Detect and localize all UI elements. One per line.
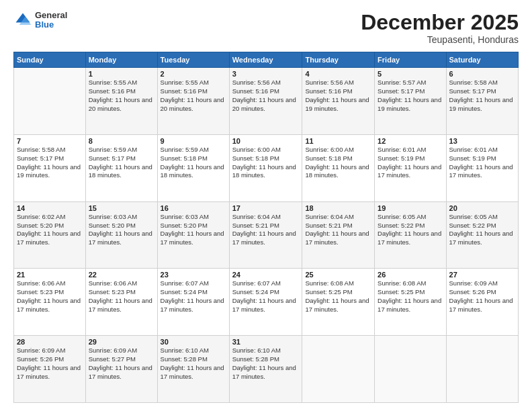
day-number: 3 (232, 70, 300, 78)
day-number: 22 (89, 271, 154, 279)
day-info: Sunrise: 6:06 AM Sunset: 5:23 PM Dayligh… (89, 279, 154, 314)
day-info: Sunrise: 5:56 AM Sunset: 5:16 PM Dayligh… (305, 79, 371, 113)
table-row: 26Sunrise: 6:08 AM Sunset: 5:25 PM Dayli… (375, 269, 446, 336)
day-number: 1 (89, 70, 154, 78)
table-row: 5Sunrise: 5:57 AM Sunset: 5:17 PM Daylig… (375, 68, 446, 135)
day-number: 28 (17, 338, 83, 346)
day-number: 31 (232, 338, 300, 346)
day-number: 6 (449, 70, 515, 78)
calendar-week-4: 21Sunrise: 6:06 AM Sunset: 5:23 PM Dayli… (14, 269, 519, 336)
day-number: 16 (161, 204, 226, 212)
day-number: 7 (17, 137, 83, 145)
table-row: 15Sunrise: 6:03 AM Sunset: 5:20 PM Dayli… (85, 201, 157, 269)
table-row: 18Sunrise: 6:04 AM Sunset: 5:21 PM Dayli… (302, 201, 375, 269)
day-info: Sunrise: 5:59 AM Sunset: 5:18 PM Dayligh… (161, 146, 226, 180)
day-number: 17 (232, 204, 300, 212)
day-number: 25 (305, 271, 371, 279)
table-row: 12Sunrise: 6:01 AM Sunset: 5:19 PM Dayli… (375, 134, 446, 201)
day-info: Sunrise: 6:01 AM Sunset: 5:19 PM Dayligh… (449, 146, 515, 180)
col-saturday: Saturday (446, 52, 518, 68)
table-row: 4Sunrise: 5:56 AM Sunset: 5:16 PM Daylig… (302, 68, 375, 135)
day-info: Sunrise: 5:58 AM Sunset: 5:17 PM Dayligh… (449, 79, 515, 113)
calendar-week-3: 14Sunrise: 6:02 AM Sunset: 5:20 PM Dayli… (14, 201, 519, 269)
table-row: 24Sunrise: 6:07 AM Sunset: 5:24 PM Dayli… (229, 269, 302, 336)
calendar-week-2: 7Sunrise: 5:58 AM Sunset: 5:17 PM Daylig… (14, 134, 519, 201)
day-number: 30 (161, 338, 226, 346)
table-row: 16Sunrise: 6:03 AM Sunset: 5:20 PM Dayli… (157, 201, 229, 269)
table-row: 14Sunrise: 6:02 AM Sunset: 5:20 PM Dayli… (14, 201, 86, 269)
day-number: 8 (89, 137, 154, 145)
table-row: 1Sunrise: 5:55 AM Sunset: 5:16 PM Daylig… (85, 68, 157, 135)
table-row: 11Sunrise: 6:00 AM Sunset: 5:18 PM Dayli… (302, 134, 375, 201)
table-row: 3Sunrise: 5:56 AM Sunset: 5:16 PM Daylig… (229, 68, 302, 135)
day-number: 24 (232, 271, 300, 279)
calendar-week-5: 28Sunrise: 6:09 AM Sunset: 5:26 PM Dayli… (14, 336, 519, 403)
day-info: Sunrise: 6:08 AM Sunset: 5:25 PM Dayligh… (378, 279, 443, 314)
day-info: Sunrise: 6:01 AM Sunset: 5:19 PM Dayligh… (378, 146, 443, 180)
day-info: Sunrise: 6:10 AM Sunset: 5:28 PM Dayligh… (161, 347, 226, 381)
day-info: Sunrise: 6:07 AM Sunset: 5:24 PM Dayligh… (232, 279, 300, 314)
title-month: December 2025 (361, 11, 519, 34)
table-row (302, 336, 375, 403)
table-row: 7Sunrise: 5:58 AM Sunset: 5:17 PM Daylig… (14, 134, 86, 201)
day-number: 4 (305, 70, 371, 78)
table-row: 2Sunrise: 5:55 AM Sunset: 5:16 PM Daylig… (157, 68, 229, 135)
table-row: 23Sunrise: 6:07 AM Sunset: 5:24 PM Dayli… (157, 269, 229, 336)
table-row: 6Sunrise: 5:58 AM Sunset: 5:17 PM Daylig… (446, 68, 518, 135)
table-row: 17Sunrise: 6:04 AM Sunset: 5:21 PM Dayli… (229, 201, 302, 269)
day-info: Sunrise: 5:57 AM Sunset: 5:17 PM Dayligh… (378, 79, 443, 113)
day-info: Sunrise: 6:02 AM Sunset: 5:20 PM Dayligh… (17, 213, 83, 247)
logo-blue-label: Blue (35, 20, 67, 30)
table-row: 25Sunrise: 6:08 AM Sunset: 5:25 PM Dayli… (302, 269, 375, 336)
table-row: 10Sunrise: 6:00 AM Sunset: 5:18 PM Dayli… (229, 134, 302, 201)
table-row (14, 68, 86, 135)
day-info: Sunrise: 6:05 AM Sunset: 5:22 PM Dayligh… (378, 213, 443, 247)
col-tuesday: Tuesday (157, 52, 229, 68)
table-row: 27Sunrise: 6:09 AM Sunset: 5:26 PM Dayli… (446, 269, 518, 336)
day-number: 23 (161, 271, 226, 279)
day-number: 13 (449, 137, 515, 145)
table-row: 31Sunrise: 6:10 AM Sunset: 5:28 PM Dayli… (229, 336, 302, 403)
table-row: 29Sunrise: 6:09 AM Sunset: 5:27 PM Dayli… (85, 336, 157, 403)
day-number: 26 (378, 271, 443, 279)
day-info: Sunrise: 5:55 AM Sunset: 5:16 PM Dayligh… (89, 79, 154, 113)
table-row: 19Sunrise: 6:05 AM Sunset: 5:22 PM Dayli… (375, 201, 446, 269)
day-number: 11 (305, 137, 371, 145)
day-number: 29 (89, 338, 154, 346)
col-wednesday: Wednesday (229, 52, 302, 68)
col-sunday: Sunday (14, 52, 86, 68)
day-number: 20 (449, 204, 515, 212)
day-number: 21 (17, 271, 83, 279)
day-info: Sunrise: 6:07 AM Sunset: 5:24 PM Dayligh… (161, 279, 226, 314)
table-row (375, 336, 446, 403)
day-info: Sunrise: 6:04 AM Sunset: 5:21 PM Dayligh… (232, 213, 300, 247)
day-info: Sunrise: 6:00 AM Sunset: 5:18 PM Dayligh… (232, 146, 300, 180)
table-row: 9Sunrise: 5:59 AM Sunset: 5:18 PM Daylig… (157, 134, 229, 201)
col-friday: Friday (375, 52, 446, 68)
day-info: Sunrise: 6:00 AM Sunset: 5:18 PM Dayligh… (305, 146, 371, 180)
day-info: Sunrise: 6:03 AM Sunset: 5:20 PM Dayligh… (89, 213, 154, 247)
day-info: Sunrise: 5:58 AM Sunset: 5:17 PM Dayligh… (17, 146, 83, 180)
col-thursday: Thursday (302, 52, 375, 68)
calendar-week-1: 1Sunrise: 5:55 AM Sunset: 5:16 PM Daylig… (14, 68, 519, 135)
day-info: Sunrise: 6:03 AM Sunset: 5:20 PM Dayligh… (161, 213, 226, 247)
day-number: 19 (378, 204, 443, 212)
logo-general-label: General (35, 11, 67, 20)
logo: General Blue (13, 11, 67, 30)
day-number: 2 (161, 70, 226, 78)
day-info: Sunrise: 5:59 AM Sunset: 5:17 PM Dayligh… (89, 146, 154, 180)
title-location: Teupasenti, Honduras (361, 34, 519, 45)
table-row: 21Sunrise: 6:06 AM Sunset: 5:23 PM Dayli… (14, 269, 86, 336)
table-row: 20Sunrise: 6:05 AM Sunset: 5:22 PM Dayli… (446, 201, 518, 269)
day-info: Sunrise: 5:55 AM Sunset: 5:16 PM Dayligh… (161, 79, 226, 113)
table-row: 28Sunrise: 6:09 AM Sunset: 5:26 PM Dayli… (14, 336, 86, 403)
day-number: 15 (89, 204, 154, 212)
day-number: 14 (17, 204, 83, 212)
day-info: Sunrise: 6:06 AM Sunset: 5:23 PM Dayligh… (17, 279, 83, 314)
logo-text: General Blue (35, 11, 67, 30)
day-info: Sunrise: 5:56 AM Sunset: 5:16 PM Dayligh… (232, 79, 300, 113)
day-info: Sunrise: 6:09 AM Sunset: 5:27 PM Dayligh… (89, 347, 154, 381)
table-row (446, 336, 518, 403)
calendar-header-row: Sunday Monday Tuesday Wednesday Thursday… (14, 52, 519, 68)
day-number: 5 (378, 70, 443, 78)
